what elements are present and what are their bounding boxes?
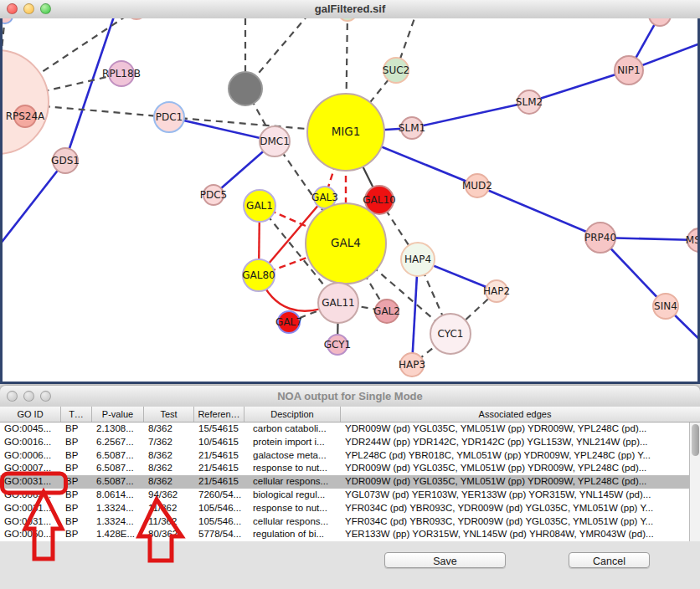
cell-description: protein import i... [244,436,341,449]
cell-test: 11/362 [144,515,194,529]
cell-test: 80/362 [144,528,194,541]
node-label-SLM2: SLM2 [516,96,543,108]
edge-p1-gds1 [65,18,117,161]
cell-type: BP [61,502,92,515]
node-topgreen[interactable] [338,18,357,21]
cell-reference: 15/54615 [194,423,244,436]
table-row[interactable]: GO:0006...BP6.5087...8/36221/54615galact… [0,449,689,463]
node-label-DMC1: DMC1 [260,136,290,147]
cell-edges: YDR009W (pd) YGL035C, YML051W (pp) YDR00… [341,462,689,475]
cell-test: 7/362 [144,436,194,449]
cell-edges: YFR034C (pd) YBR093C, YDR009W (pd) YGL03… [341,502,689,515]
cell-go_id: GO:0031... [0,502,61,515]
node-label-RPS24A: RPS24A [6,110,45,122]
node-label-GCY1: GCY1 [324,339,351,351]
cell-type: BP [61,423,92,436]
column-header-type[interactable]: T… [61,407,92,422]
cell-reference: 5778/54... [194,528,244,541]
column-header-edges[interactable]: Associated edges [341,407,689,422]
cell-edges: YER133W (pp) YOR315W, YNL145W (pd) YHR08… [341,528,689,541]
table-row[interactable]: GO:0016...BP6.2567...7/36210/54615protei… [0,436,689,449]
node-label-HAP4: HAP4 [404,254,431,265]
cell-edges: YGL073W (pd) YER103W, YER133W (pp) YOR31… [341,489,689,502]
cell-reference: 7260/54... [194,489,244,502]
node-darkgray[interactable] [229,72,262,105]
table-row[interactable]: GO:0031...BP6.5087...8/36221/54615cellul… [0,475,689,489]
cell-description: carbon cataboli... [244,423,341,436]
node-label-MUD2: MUD2 [462,180,492,192]
node-bigpink[interactable] [3,50,49,154]
table-row[interactable]: GO:0031...BP1.3324...11/362105/546...cel… [0,515,689,529]
noa-window: NOA output for Single Mode GO IDT…P-valu… [0,386,700,589]
cell-test: 8/362 [144,475,194,489]
cell-p_value: 8.0614... [92,489,144,502]
cell-go_id: GO:0031... [0,515,61,529]
column-header-description[interactable]: Desciption [244,407,341,422]
cell-reference: 105/546... [194,502,244,515]
cell-reference: 10/54615 [194,436,244,449]
node-toppink788[interactable] [649,18,671,26]
cell-edges: YFR034C (pd) YBR093C, YDR009W (pd) YGL03… [341,515,689,529]
node-label-GAL1: GAL1 [246,200,273,212]
node-label-NIP1: NIP1 [617,64,640,76]
cell-reference: 105/546... [194,515,244,529]
edge-slm2-nip1 [529,70,629,102]
table-row[interactable]: GO:0007...BP6.5087...8/36221/54615respon… [0,462,689,475]
table-body: GO:0045...BP2.1308...8/36215/54615carbon… [0,423,689,541]
cell-type: BP [61,489,92,502]
scrollbar-thumb[interactable] [692,424,699,456]
cell-description: response to nut... [244,462,341,475]
node-corner[interactable] [3,18,13,23]
cell-p_value: 6.5087... [92,462,144,475]
cell-test: 8/362 [144,449,194,463]
cell-go_id: GO:0065... [0,489,61,502]
cell-edges: YDR009W (pd) YGL035C, YML051W (pp) YDR00… [341,475,689,489]
cell-edges: YDR244W (pp) YDR142C, YDR142C (pp) YGL15… [341,436,689,449]
cell-p_value: 1.3324... [92,502,144,515]
desktop: galFiltered.sif RPL18BRPS24AGDS1PDC1PDC5… [0,0,700,589]
save-button[interactable]: Save [384,552,506,568]
cell-test: 8/362 [144,462,194,475]
noa-window-title: NOA output for Single Mode [0,386,700,407]
table-scrollbar[interactable] [689,423,700,541]
node-label-SIN4: SIN4 [654,300,677,312]
table-row[interactable]: GO:0031...BP1.3324...11/362105/546...res… [0,502,689,515]
column-header-p_value[interactable]: P-value [92,407,144,422]
table-row[interactable]: GO:0050...BP1.428E...80/3625778/54...reg… [0,528,689,541]
cell-go_id: GO:0045... [0,423,61,436]
cell-p_value: 2.1308... [92,423,144,436]
cell-description: response to nut... [244,502,341,515]
table-row[interactable]: GO:0045...BP2.1308...8/36215/54615carbon… [0,423,689,436]
table-row[interactable]: GO:0065...BP8.0614...94/3627260/54...bio… [0,489,689,502]
node-label-SLM1: SLM1 [399,122,425,134]
cell-test: 11/362 [144,502,194,515]
cell-reference: 21/54615 [194,449,244,463]
cell-type: BP [61,515,92,529]
cell-go_id: GO:0006... [0,449,61,463]
cell-go_id: GO:0031... [0,475,61,489]
node-toppink163[interactable] [126,18,147,19]
cell-type: BP [61,528,92,541]
node-label-GAL80: GAL80 [242,269,275,281]
cell-go_id: GO:0016... [0,436,61,449]
cell-description: cellular respons... [244,475,341,489]
node-label-GAL7: GAL7 [275,316,302,328]
node-label-GDS1: GDS1 [51,155,80,166]
cell-p_value: 6.5087... [92,449,144,463]
node-label-PDC5: PDC5 [200,189,228,201]
column-header-reference[interactable]: Referen… [194,407,244,422]
cell-p_value: 6.2567... [92,436,144,449]
node-label-MSL1: MSL1 [686,234,697,246]
cell-go_id: GO:0007... [0,462,61,475]
network-canvas[interactable]: RPL18BRPS24AGDS1PDC1PDC5DMC1MIG1SUC2SLM1… [0,18,700,384]
column-header-test[interactable]: Test [144,407,194,422]
cancel-button[interactable]: Cancel [569,552,650,568]
cell-description: regulation of bi... [244,528,341,541]
network-titlebar: galFiltered.sif [0,0,700,19]
cell-type: BP [61,436,92,449]
cell-test: 94/362 [144,489,194,502]
cell-description: biological regul... [244,489,341,502]
column-header-go_id[interactable]: GO ID [0,407,61,422]
cell-edges: YPL248C (pd) YBR018C, YML051W (pp) YDR00… [341,449,689,463]
edge-gds1-p2 [3,161,65,244]
